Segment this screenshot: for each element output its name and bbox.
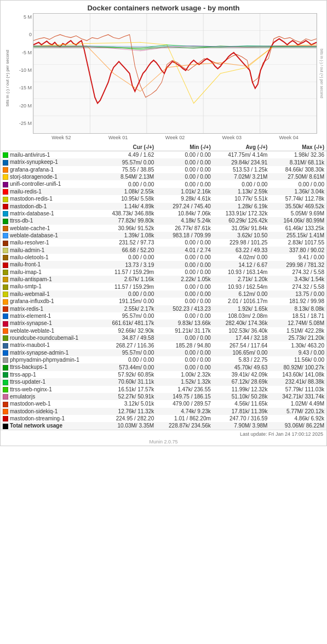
row-name: mailu-resolver-1 — [10, 240, 49, 246]
row-name-cell: mailu-oletools-1 — [1, 254, 100, 261]
row-name-cell: weblate-weblate-1 — [1, 327, 100, 334]
data-cell: 3.43k/ 1.54k — [269, 276, 326, 283]
data-cell: 16.51k/ 17.57k — [100, 386, 157, 393]
data-cell: 10.77k/ 5.51k — [213, 195, 270, 202]
row-name: matrix-maubot-1 — [10, 342, 50, 348]
row-name-cell: unifi-controller-unifi-1 — [1, 180, 100, 187]
data-cell: 1.01 / 862.20m — [156, 415, 213, 422]
data-cell: 502.23 / 413.23 — [156, 305, 213, 312]
data-cell: 1.13k/ 2.59k — [213, 188, 270, 195]
data-cell: 77.82k/ 99.80k — [100, 217, 157, 224]
data-cell: 11.56k/ 0.00 — [269, 356, 326, 363]
row-name-cell: matrix-synupkeep-1 — [1, 158, 100, 166]
data-cell: 35.50k/ 469.52k — [269, 203, 326, 210]
data-cell: 0.00 / 0.00 — [213, 180, 270, 187]
data-cell: 12.76k/ 11.32k — [100, 408, 157, 415]
data-cell: 231.52 / 97.73 — [100, 239, 157, 246]
data-cell: 95.57m/ 0.00 — [100, 158, 157, 166]
data-cell: 0.00 / 0.00 — [156, 349, 213, 356]
row-name: ttrss-updater-1 — [10, 379, 45, 385]
col-header-max: Max (-/+) — [269, 144, 326, 151]
color-indicator — [3, 277, 8, 282]
data-cell: 143.60k/ 141.08k — [269, 371, 326, 378]
row-name: phpmyadmin-phpmyadmin-1 — [10, 357, 79, 363]
color-indicator — [3, 174, 8, 180]
data-cell: 8.13k/ 8.08k — [269, 305, 326, 312]
data-cell: 29.84k/ 234.91 — [213, 158, 270, 166]
col-header-cur: Cur (-/+) — [100, 144, 157, 151]
data-cell: 70.60k/ 31.11k — [100, 378, 157, 385]
row-name: matrix-synapse-admin-1 — [10, 350, 68, 356]
data-cell: 10.95k/ 5.58k — [100, 195, 157, 202]
row-name-cell: weblate-cache-1 — [1, 225, 100, 232]
row-name: ttrss-web-nginx-1 — [10, 386, 52, 392]
munin-label: Munin 2.0.75 — [1, 438, 326, 446]
data-cell: 0.00 / 0.00 — [269, 180, 326, 187]
data-cell: 479.00 / 289.57 — [156, 400, 213, 407]
data-cell: 1.00k/ 2.32k — [156, 371, 213, 378]
color-indicator — [3, 255, 8, 260]
row-name: grafana-grafana-1 — [10, 167, 54, 173]
row-name: Total network usage — [10, 423, 62, 429]
data-cell: 0.00 / 0.00 — [156, 312, 213, 320]
chart-svg — [33, 14, 317, 133]
data-cell: 31.05k/ 91.84k — [213, 225, 270, 232]
row-name-cell: mailu-smtp-1 — [1, 283, 100, 290]
data-cell: 164.06k/ 80.99M — [269, 217, 326, 224]
row-name-cell: mailu-admin-1 — [1, 247, 100, 254]
footer-bar: Last update: Fri Jan 24 17:00:12 2025 — [1, 430, 326, 438]
data-cell: 13.73 / 3.19 — [100, 261, 157, 268]
color-indicator — [3, 270, 8, 275]
col-header-name — [1, 144, 100, 151]
data-cell: 57.79k/ 111.03k — [269, 386, 326, 393]
data-cell: 9.41 / 0.00 — [269, 254, 326, 261]
table-row: weblate-cache-130.96k/ 91.52k26.77k/ 87.… — [1, 225, 326, 232]
row-name: weblate-weblate-1 — [10, 328, 54, 334]
data-cell: 181.92 / 99.98 — [269, 298, 326, 305]
table-row: mastodon-db-11.14k/ 4.89k297.24 / 745.40… — [1, 203, 326, 210]
data-cell: 57.74k/ 112.78k — [269, 195, 326, 202]
munin-version: Munin 2.0.75 — [149, 439, 177, 444]
data-cell: 1.28k/ 6.19k — [213, 203, 270, 210]
color-indicator — [3, 233, 8, 238]
row-name-cell: Total network usage — [1, 422, 100, 429]
row-name: mailu-antispam-1 — [10, 276, 52, 282]
table-row: mastodon-web-13.12k/ 5.01k479.00 / 289.5… — [1, 400, 326, 407]
data-cell: 12.74M/ 5.08M — [269, 320, 326, 327]
table-row: phpmyadmin-phpmyadmin-10.00 / 0.000.00 /… — [1, 356, 326, 363]
table-row: mailu-redis-11.08k/ 2.55k1.01k/ 2.16k1.1… — [1, 188, 326, 195]
row-name: storj-storagenode-1 — [10, 174, 58, 180]
data-cell: 61.46k/ 133.25k — [269, 225, 326, 232]
row-name-cell: matrix-maubot-1 — [1, 341, 100, 349]
data-cell: 3.62k/ 10.50 — [213, 232, 270, 239]
data-cell: 0.00 / 0.00 — [156, 158, 213, 166]
data-cell: 0.00 / 0.00 — [156, 290, 213, 298]
row-name: emulatorjs — [10, 394, 35, 400]
data-cell: 232.41k/ 88.38k — [269, 378, 326, 385]
right-axis-label: bits in (-) / out (+) per second — [317, 13, 324, 134]
color-indicator — [3, 182, 8, 187]
row-name-cell: mailu-redis-1 — [1, 188, 100, 195]
data-cell: 18.51 / 18.71 — [269, 312, 326, 320]
table-row: mastodon-redis-110.95k/ 5.58k9.28k/ 4.61… — [1, 195, 326, 202]
chart-graph-wrapper: bits in (-) / out (+) per second 5 M 0 -… — [3, 13, 324, 143]
data-cell: 63.22 / 49.33 — [213, 247, 270, 254]
row-name: mailu-smtp-1 — [10, 283, 42, 289]
data-cell: 0.00 / 0.00 — [156, 298, 213, 305]
row-name: mastodon-streaming-1 — [10, 415, 65, 421]
data-cell: 297.24 / 745.40 — [156, 203, 213, 210]
data-cell: 10.93 / 162.54m — [213, 283, 270, 290]
data-cell: 229.98 / 101.25 — [213, 239, 270, 246]
table-row: matrix-redis-12.55k/ 2.17k502.23 / 413.2… — [1, 305, 326, 312]
data-cell: 224.95 / 282.20 — [100, 415, 157, 422]
data-cell: 1.36k/ 3.04k — [269, 188, 326, 195]
row-name-cell: ttrss-backups-1 — [1, 363, 100, 371]
color-indicator — [3, 394, 8, 400]
table-row: mailu-front-113.73 / 3.190.00 / 0.0014.1… — [1, 261, 326, 268]
table-row: matrix-database-1438.73k/ 346.88k10.84k/… — [1, 210, 326, 217]
row-name-cell: emulatorjs — [1, 393, 100, 400]
data-cell: 52.27k/ 50.91k — [100, 393, 157, 400]
data-cell: 1.08k/ 2.55k — [100, 188, 157, 195]
data-cell: 75.55 / 38.85 — [100, 166, 157, 173]
data-cell: 4.74k/ 9.23k — [156, 408, 213, 415]
